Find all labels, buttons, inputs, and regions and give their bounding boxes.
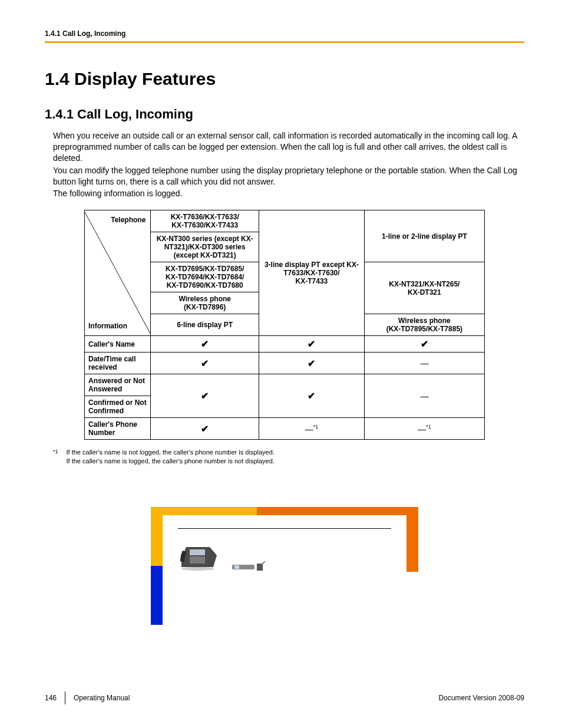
page-number: 146	[45, 694, 57, 702]
cordless-phone-icon	[231, 561, 266, 572]
svg-line-7	[263, 561, 265, 564]
page-footer: 146 Operating Manual Document Version 20…	[45, 691, 524, 704]
paragraph: When you receive an outside call or an e…	[53, 130, 524, 164]
diag-label-bottom: Information	[88, 322, 127, 330]
check-icon: ✔	[151, 353, 259, 374]
decor-bar	[151, 566, 163, 625]
dash-star-icon: —*1	[259, 418, 365, 440]
table-row: Answered or Not Answered ✔ ✔ —	[85, 374, 485, 396]
footnote: *1 If the caller's name is not logged, t…	[53, 448, 524, 466]
footnote-line: If the caller's name is logged, the call…	[67, 457, 275, 465]
dash-icon: —	[364, 374, 484, 418]
footer-divider	[65, 691, 65, 704]
table-header-cell: KX-TD7695/KX-TD7685/ KX-TD7694/KX-TD7684…	[151, 262, 259, 292]
document-version: Document Version 2008-09	[439, 694, 524, 702]
running-header: 1.4.1 Call Log, Incoming	[45, 29, 524, 38]
check-icon: ✔	[364, 336, 484, 353]
table-header-cell: 3-line display PT except KX-T7633/KX-T76…	[259, 210, 365, 336]
table-row: Caller's Name ✔ ✔ ✔	[85, 336, 485, 353]
phone-illustration	[151, 507, 418, 625]
dash-star-icon: —*1	[364, 418, 484, 440]
section-title: 1.4 Display Features	[45, 69, 524, 89]
table-row-label: Confirmed or Not Confirmed	[85, 396, 151, 418]
table-header-cell: Wireless phone (KX-TD7896)	[151, 292, 259, 314]
svg-rect-2	[190, 556, 205, 564]
table-header-cell: KX-NT300 series (except KX-NT321)/KX-DT3…	[151, 232, 259, 262]
header-rule	[45, 41, 524, 43]
svg-line-0	[85, 212, 150, 334]
decor-bar	[151, 515, 163, 566]
check-icon: ✔	[259, 374, 365, 418]
table-diagonal-header: Telephone Information	[85, 210, 151, 336]
svg-rect-5	[234, 565, 239, 569]
paragraph: The following information is logged.	[53, 188, 524, 199]
svg-point-3	[181, 567, 214, 571]
table-header-cell: 6-line display PT	[151, 314, 259, 336]
table-row-label: Date/Time call received	[85, 353, 151, 374]
table-header-cell: 1-line or 2-line display PT	[364, 210, 484, 262]
check-icon: ✔	[151, 418, 259, 440]
decor-rule	[178, 528, 391, 529]
check-icon: ✔	[151, 336, 259, 353]
table-header-cell: Wireless phone (KX-TD7895/KX-T7885)	[364, 314, 484, 336]
table-header-cell: KX-NT321/KX-NT265/ KX-DT321	[364, 262, 484, 314]
footnote-line: If the caller's name is not logged, the …	[67, 449, 275, 456]
check-icon: ✔	[151, 374, 259, 418]
decor-bar	[257, 507, 418, 515]
svg-rect-1	[190, 549, 205, 555]
subsection-title: 1.4.1 Call Log, Incoming	[45, 107, 524, 122]
decor-bar	[151, 507, 257, 515]
table-header-cell: KX-T7636/KX-T7633/ KX-T7630/KX-T7433	[151, 210, 259, 232]
table-row: Caller's Phone Number ✔ —*1 —*1	[85, 418, 485, 440]
table-row: Date/Time call received ✔ ✔ —	[85, 353, 485, 374]
check-icon: ✔	[259, 353, 365, 374]
diagonal-line-icon	[85, 212, 150, 334]
manual-title: Operating Manual	[74, 694, 130, 702]
table-row-label: Answered or Not Answered	[85, 374, 151, 396]
decor-bar	[406, 515, 418, 572]
table-row-label: Caller's Phone Number	[85, 418, 151, 440]
desk-phone-icon	[178, 543, 224, 572]
table-row-label: Caller's Name	[85, 336, 151, 353]
info-table: Telephone Information KX-T7636/KX-T7633/…	[84, 210, 485, 440]
dash-icon: —	[364, 353, 484, 374]
check-icon: ✔	[259, 336, 365, 353]
body-text: When you receive an outside call or an e…	[53, 130, 524, 199]
paragraph: You can modify the logged telephone numb…	[53, 165, 524, 187]
svg-rect-6	[257, 564, 263, 571]
footnote-marker: *1	[53, 448, 58, 466]
diag-label-top: Telephone	[111, 216, 146, 224]
